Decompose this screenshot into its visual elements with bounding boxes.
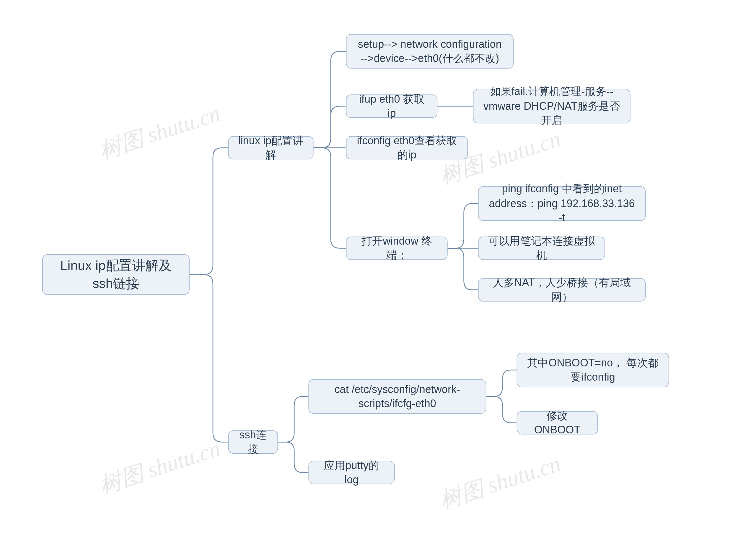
branch-ipconfig[interactable]: linux ip配置讲解 — [228, 136, 313, 159]
node-ifconfig[interactable]: ifconfig eth0查看获取的ip — [346, 136, 468, 159]
node-onboot-no[interactable]: 其中ONBOOT=no， 每次都要ifconfig — [517, 353, 669, 387]
node-setup[interactable]: setup--> network configuration -->device… — [346, 34, 514, 69]
watermark: 树图 shutu.cn — [96, 434, 224, 501]
node-nat[interactable]: 人多NAT，人少桥接（有局域网） — [478, 278, 646, 301]
node-cat[interactable]: cat /etc/sysconfig/network-scripts/ifcfg… — [308, 379, 486, 414]
node-ifup[interactable]: ifup eth0 获取ip — [346, 94, 438, 118]
node-winterm[interactable]: 打开window 终端： — [346, 237, 448, 260]
node-putty[interactable]: 应用putty的log — [308, 461, 394, 484]
node-laptop[interactable]: 可以用笔记本连接虚拟机 — [478, 237, 605, 260]
branch-ssh[interactable]: ssh连接 — [228, 430, 278, 454]
mindmap-canvas: Linux ip配置讲解及ssh链接 linux ip配置讲解 ssh连接 se… — [1, 1, 755, 533]
root-node[interactable]: Linux ip配置讲解及ssh链接 — [42, 254, 190, 295]
node-ping[interactable]: ping ifconfig 中看到的inet address：ping 192.… — [478, 187, 646, 221]
watermark: 树图 shutu.cn — [436, 449, 564, 516]
watermark: 树图 shutu.cn — [96, 98, 224, 166]
node-onboot-mod[interactable]: 修改ONBOOT — [517, 411, 598, 434]
node-ifup-fail[interactable]: 如果fail.计算机管理-服务--vmware DHCP/NAT服务是否开启 — [473, 89, 631, 123]
